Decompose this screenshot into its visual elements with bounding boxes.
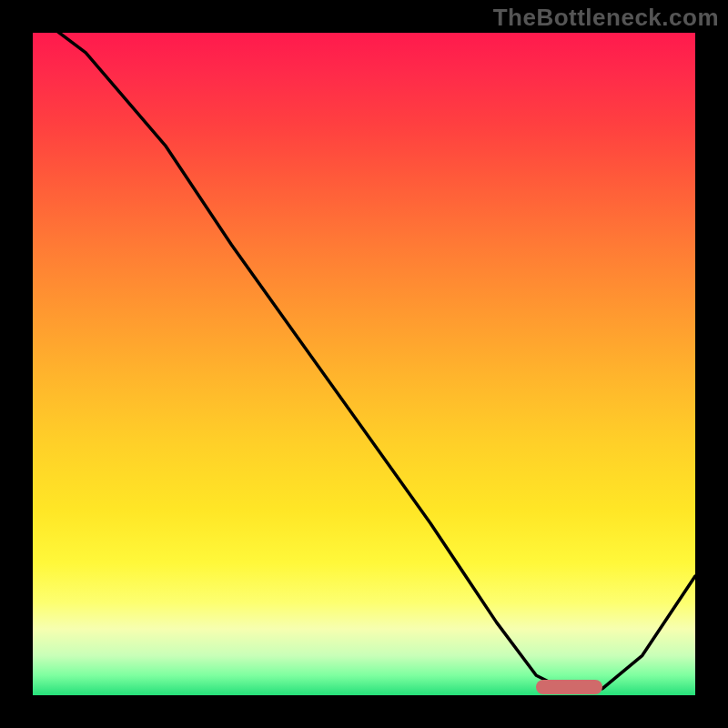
- bottleneck-curve: [33, 33, 695, 695]
- figure-root: TheBottleneck.com: [0, 0, 728, 728]
- curve-path: [33, 33, 695, 689]
- watermark-text: TheBottleneck.com: [493, 4, 719, 32]
- optimal-range-marker: [536, 680, 602, 694]
- plot-area: [33, 33, 695, 695]
